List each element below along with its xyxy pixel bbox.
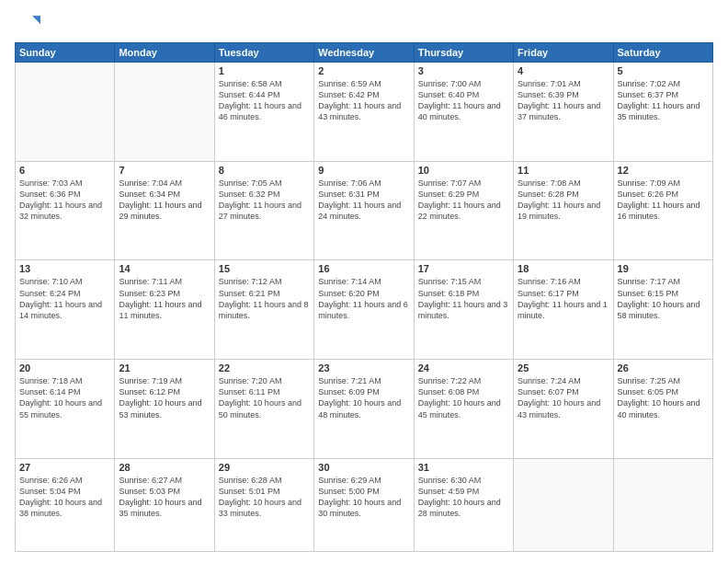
day-info: Sunrise: 6:30 AM Sunset: 4:59 PM Dayligh… xyxy=(418,475,509,520)
day-number: 16 xyxy=(318,263,409,274)
calendar-day-24: 24Sunrise: 7:22 AM Sunset: 6:08 PM Dayli… xyxy=(414,360,513,459)
weekday-sunday: Sunday xyxy=(16,43,115,63)
day-number: 25 xyxy=(518,362,609,373)
day-number: 19 xyxy=(618,263,709,274)
day-info: Sunrise: 7:09 AM Sunset: 6:26 PM Dayligh… xyxy=(618,178,709,223)
day-number: 26 xyxy=(618,362,709,373)
calendar-day-16: 16Sunrise: 7:14 AM Sunset: 6:20 PM Dayli… xyxy=(314,260,414,360)
day-info: Sunrise: 7:03 AM Sunset: 6:36 PM Dayligh… xyxy=(19,178,110,223)
calendar-table: SundayMondayTuesdayWednesdayThursdayFrid… xyxy=(15,42,713,552)
day-number: 28 xyxy=(119,462,210,473)
weekday-thursday: Thursday xyxy=(414,43,513,63)
weekday-wednesday: Wednesday xyxy=(314,43,414,63)
day-info: Sunrise: 7:22 AM Sunset: 6:08 PM Dayligh… xyxy=(418,375,509,420)
day-info: Sunrise: 7:05 AM Sunset: 6:32 PM Dayligh… xyxy=(219,178,310,223)
day-number: 8 xyxy=(219,165,310,176)
calendar-day-20: 20Sunrise: 7:18 AM Sunset: 6:14 PM Dayli… xyxy=(16,360,115,459)
day-info: Sunrise: 7:25 AM Sunset: 6:05 PM Dayligh… xyxy=(618,375,709,420)
calendar-day-6: 6Sunrise: 7:03 AM Sunset: 6:36 PM Daylig… xyxy=(16,161,115,260)
day-info: Sunrise: 7:00 AM Sunset: 6:40 PM Dayligh… xyxy=(418,78,509,123)
day-number: 14 xyxy=(119,263,210,274)
calendar-week-4: 27Sunrise: 6:26 AM Sunset: 5:04 PM Dayli… xyxy=(16,458,713,551)
calendar-day-10: 10Sunrise: 7:07 AM Sunset: 6:29 PM Dayli… xyxy=(414,161,513,260)
day-info: Sunrise: 6:26 AM Sunset: 5:04 PM Dayligh… xyxy=(19,475,110,520)
day-info: Sunrise: 7:16 AM Sunset: 6:17 PM Dayligh… xyxy=(518,276,609,321)
day-info: Sunrise: 7:11 AM Sunset: 6:23 PM Dayligh… xyxy=(119,276,210,321)
day-number: 20 xyxy=(19,362,110,373)
day-info: Sunrise: 7:10 AM Sunset: 6:24 PM Dayligh… xyxy=(19,276,110,321)
day-number: 17 xyxy=(418,263,509,274)
day-info: Sunrise: 7:19 AM Sunset: 6:12 PM Dayligh… xyxy=(119,375,210,420)
day-info: Sunrise: 6:29 AM Sunset: 5:00 PM Dayligh… xyxy=(318,475,409,520)
day-info: Sunrise: 6:59 AM Sunset: 6:42 PM Dayligh… xyxy=(318,78,409,123)
weekday-header-row: SundayMondayTuesdayWednesdayThursdayFrid… xyxy=(16,43,713,63)
calendar-body: 1Sunrise: 6:58 AM Sunset: 6:44 PM Daylig… xyxy=(16,63,713,552)
calendar-day-21: 21Sunrise: 7:19 AM Sunset: 6:12 PM Dayli… xyxy=(115,360,214,459)
calendar-day-7: 7Sunrise: 7:04 AM Sunset: 6:34 PM Daylig… xyxy=(115,161,214,260)
calendar-week-2: 13Sunrise: 7:10 AM Sunset: 6:24 PM Dayli… xyxy=(16,260,713,360)
calendar-day-14: 14Sunrise: 7:11 AM Sunset: 6:23 PM Dayli… xyxy=(115,260,214,360)
page-header xyxy=(15,11,713,37)
day-number: 31 xyxy=(418,462,509,473)
day-info: Sunrise: 7:01 AM Sunset: 6:39 PM Dayligh… xyxy=(518,78,609,123)
day-info: Sunrise: 7:15 AM Sunset: 6:18 PM Dayligh… xyxy=(418,276,509,321)
day-number: 1 xyxy=(219,65,310,76)
calendar-day-27: 27Sunrise: 6:26 AM Sunset: 5:04 PM Dayli… xyxy=(16,458,115,551)
calendar-empty xyxy=(514,458,613,551)
calendar-day-18: 18Sunrise: 7:16 AM Sunset: 6:17 PM Dayli… xyxy=(514,260,613,360)
day-info: Sunrise: 7:20 AM Sunset: 6:11 PM Dayligh… xyxy=(219,375,310,420)
day-number: 22 xyxy=(219,362,310,373)
day-info: Sunrise: 6:28 AM Sunset: 5:01 PM Dayligh… xyxy=(219,475,310,520)
day-number: 30 xyxy=(318,462,409,473)
calendar-week-1: 6Sunrise: 7:03 AM Sunset: 6:36 PM Daylig… xyxy=(16,161,713,260)
calendar-empty xyxy=(115,63,214,162)
calendar-day-29: 29Sunrise: 6:28 AM Sunset: 5:01 PM Dayli… xyxy=(214,458,313,551)
calendar-day-12: 12Sunrise: 7:09 AM Sunset: 6:26 PM Dayli… xyxy=(613,161,712,260)
weekday-monday: Monday xyxy=(115,43,214,63)
day-info: Sunrise: 7:02 AM Sunset: 6:37 PM Dayligh… xyxy=(618,78,709,123)
calendar-day-5: 5Sunrise: 7:02 AM Sunset: 6:37 PM Daylig… xyxy=(613,63,712,162)
calendar-day-17: 17Sunrise: 7:15 AM Sunset: 6:18 PM Dayli… xyxy=(414,260,513,360)
day-number: 23 xyxy=(318,362,409,373)
day-info: Sunrise: 7:06 AM Sunset: 6:31 PM Dayligh… xyxy=(318,178,409,223)
day-number: 18 xyxy=(518,263,609,274)
day-number: 21 xyxy=(119,362,210,373)
day-info: Sunrise: 7:18 AM Sunset: 6:14 PM Dayligh… xyxy=(19,375,110,420)
day-info: Sunrise: 7:14 AM Sunset: 6:20 PM Dayligh… xyxy=(318,276,409,321)
svg-marker-1 xyxy=(32,16,40,24)
calendar-day-8: 8Sunrise: 7:05 AM Sunset: 6:32 PM Daylig… xyxy=(214,161,313,260)
calendar-day-3: 3Sunrise: 7:00 AM Sunset: 6:40 PM Daylig… xyxy=(414,63,513,162)
day-number: 27 xyxy=(19,462,110,473)
calendar-day-2: 2Sunrise: 6:59 AM Sunset: 6:42 PM Daylig… xyxy=(314,63,414,162)
day-info: Sunrise: 7:04 AM Sunset: 6:34 PM Dayligh… xyxy=(119,178,210,223)
day-info: Sunrise: 7:21 AM Sunset: 6:09 PM Dayligh… xyxy=(318,375,409,420)
day-number: 10 xyxy=(418,165,509,176)
calendar-day-31: 31Sunrise: 6:30 AM Sunset: 4:59 PM Dayli… xyxy=(414,458,513,551)
day-number: 12 xyxy=(618,165,709,176)
calendar-week-3: 20Sunrise: 7:18 AM Sunset: 6:14 PM Dayli… xyxy=(16,360,713,459)
calendar-day-4: 4Sunrise: 7:01 AM Sunset: 6:39 PM Daylig… xyxy=(514,63,613,162)
calendar-week-0: 1Sunrise: 6:58 AM Sunset: 6:44 PM Daylig… xyxy=(16,63,713,162)
calendar-day-9: 9Sunrise: 7:06 AM Sunset: 6:31 PM Daylig… xyxy=(314,161,414,260)
day-info: Sunrise: 7:07 AM Sunset: 6:29 PM Dayligh… xyxy=(418,178,509,223)
day-info: Sunrise: 7:24 AM Sunset: 6:07 PM Dayligh… xyxy=(518,375,609,420)
logo xyxy=(15,11,44,37)
day-number: 4 xyxy=(518,65,609,76)
day-number: 15 xyxy=(219,263,310,274)
day-number: 2 xyxy=(318,65,409,76)
calendar-day-30: 30Sunrise: 6:29 AM Sunset: 5:00 PM Dayli… xyxy=(314,458,414,551)
weekday-saturday: Saturday xyxy=(613,43,712,63)
calendar-day-23: 23Sunrise: 7:21 AM Sunset: 6:09 PM Dayli… xyxy=(314,360,414,459)
calendar-day-22: 22Sunrise: 7:20 AM Sunset: 6:11 PM Dayli… xyxy=(214,360,313,459)
calendar-day-1: 1Sunrise: 6:58 AM Sunset: 6:44 PM Daylig… xyxy=(214,63,313,162)
calendar-day-28: 28Sunrise: 6:27 AM Sunset: 5:03 PM Dayli… xyxy=(115,458,214,551)
calendar-day-25: 25Sunrise: 7:24 AM Sunset: 6:07 PM Dayli… xyxy=(514,360,613,459)
weekday-friday: Friday xyxy=(514,43,613,63)
day-info: Sunrise: 6:58 AM Sunset: 6:44 PM Dayligh… xyxy=(219,78,310,123)
day-number: 9 xyxy=(318,165,409,176)
day-info: Sunrise: 7:17 AM Sunset: 6:15 PM Dayligh… xyxy=(618,276,709,321)
day-info: Sunrise: 7:08 AM Sunset: 6:28 PM Dayligh… xyxy=(518,178,609,223)
day-number: 7 xyxy=(119,165,210,176)
day-info: Sunrise: 6:27 AM Sunset: 5:03 PM Dayligh… xyxy=(119,475,210,520)
day-number: 13 xyxy=(19,263,110,274)
